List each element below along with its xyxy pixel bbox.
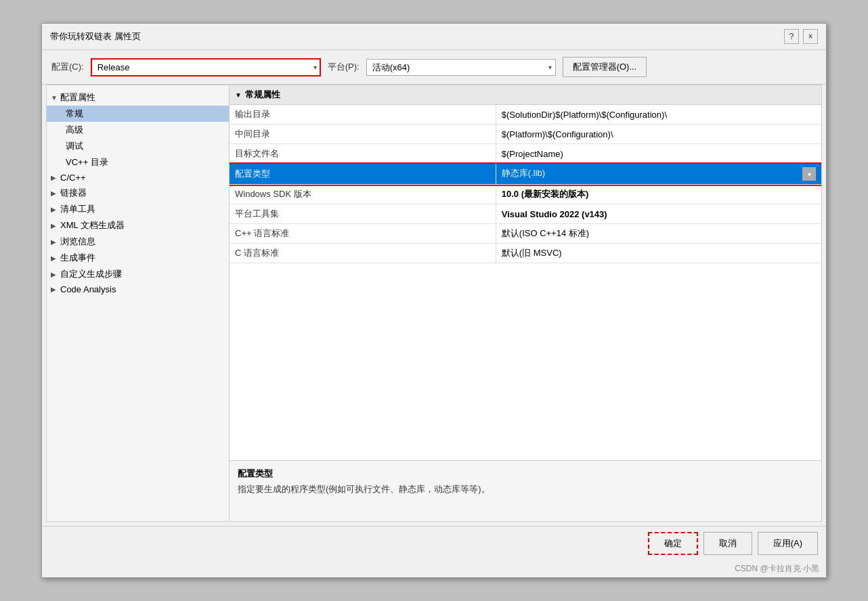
table-row[interactable]: C++ 语言标准默认(ISO C++14 标准) — [230, 224, 821, 244]
tree-group-label-build-events: 生成事件 — [60, 252, 95, 264]
watermark: CSDN @卡拉肖克·小黑 — [42, 560, 826, 577]
section-arrow: ▼ — [235, 91, 242, 99]
props-table-grid: 输出目录$(SolutionDir)$(Platform)\$(Configur… — [230, 105, 821, 263]
tree-group-linker[interactable]: ▶ 链接器 — [47, 185, 229, 201]
tree-group-label-config-props: 配置属性 — [60, 91, 95, 104]
prop-value: 默认(旧 MSVC) — [496, 244, 821, 263]
prop-value: 静态库(.lib)▾ — [496, 164, 821, 185]
tree-item-advanced[interactable]: 高级 — [47, 122, 229, 138]
section-header: ▼ 常规属性 — [230, 85, 821, 105]
tree-group-label-linker: 链接器 — [60, 187, 87, 199]
help-button[interactable]: ? — [784, 29, 799, 44]
config-dropdown-wrapper: Release ▾ — [91, 58, 321, 76]
tree-group-browse[interactable]: ▶ 浏览信息 — [47, 233, 229, 250]
tree-group-build-events[interactable]: ▶ 生成事件 — [47, 250, 229, 266]
toolbar: 配置(C): Release ▾ 平台(P): 活动(x64) ▾ 配置管理器(… — [42, 50, 826, 85]
title-controls: ? × — [784, 29, 818, 44]
prop-key: 输出目录 — [230, 105, 496, 125]
section-title: 常规属性 — [245, 89, 280, 101]
tree-arrow-build-events: ▶ — [51, 254, 60, 262]
table-row[interactable]: 输出目录$(SolutionDir)$(Platform)\$(Configur… — [230, 105, 821, 125]
tree-group-label-cpp: C/C++ — [60, 173, 86, 183]
bottom-bar: 确定 取消 应用(A) — [42, 526, 826, 560]
desc-panel: 配置类型 指定要生成的程序类型(例如可执行文件、静态库，动态库等等)。 — [230, 460, 821, 521]
platform-label: 平台(P): — [328, 61, 360, 73]
config-manager-button[interactable]: 配置管理器(O)... — [563, 57, 647, 77]
main-content: ▼ 配置属性 常规 高级 调试 VC++ 目录 ▶ C/C++ ▶ 链接器 ▶ … — [46, 85, 822, 522]
apply-button[interactable]: 应用(A) — [758, 532, 818, 555]
tree-group-xml[interactable]: ▶ XML 文档生成器 — [47, 217, 229, 233]
tree-group-cpp[interactable]: ▶ C/C++ — [47, 171, 229, 185]
platform-dropdown-wrapper: 活动(x64) ▾ — [366, 59, 556, 76]
tree-item-debug[interactable]: 调试 — [47, 138, 229, 154]
tree-group-label-code-analysis: Code Analysis — [60, 284, 116, 294]
prop-value: 默认(ISO C++14 标准) — [496, 224, 821, 244]
prop-value: $(Platform)\$(Configuration)\ — [496, 125, 821, 144]
table-row[interactable]: 中间目录$(Platform)\$(Configuration)\ — [230, 125, 821, 144]
tree-group-custom-build[interactable]: ▶ 自定义生成步骤 — [47, 266, 229, 282]
prop-key: C 语言标准 — [230, 244, 496, 263]
tree-group-label-manifest: 清单工具 — [60, 203, 95, 215]
config-label: 配置(C): — [51, 61, 84, 73]
prop-key: 配置类型 — [230, 164, 496, 185]
prop-key: 中间目录 — [230, 125, 496, 144]
desc-text: 指定要生成的程序类型(例如可执行文件、静态库，动态库等等)。 — [238, 483, 813, 495]
table-row[interactable]: Windows SDK 版本10.0 (最新安装的版本) — [230, 185, 821, 204]
tree-item-vc-dirs[interactable]: VC++ 目录 — [47, 154, 229, 171]
tree-item-general[interactable]: 常规 — [47, 106, 229, 122]
prop-value: $(ProjectName) — [496, 144, 821, 164]
tree-group-manifest[interactable]: ▶ 清单工具 — [47, 201, 229, 217]
tree-arrow-manifest: ▶ — [51, 206, 60, 213]
props-table: ▼ 常规属性 输出目录$(SolutionDir)$(Platform)\$(C… — [230, 85, 821, 460]
table-row[interactable]: 目标文件名$(ProjectName) — [230, 144, 821, 164]
row-dropdown-button[interactable]: ▾ — [802, 167, 816, 181]
tree-arrow-linker: ▶ — [51, 190, 60, 197]
platform-dropdown[interactable]: 活动(x64) — [366, 59, 556, 76]
table-row[interactable]: 配置类型静态库(.lib)▾ — [230, 164, 821, 185]
tree-group-config-props[interactable]: ▼ 配置属性 — [47, 89, 229, 106]
prop-key: C++ 语言标准 — [230, 224, 496, 244]
close-button[interactable]: × — [803, 29, 818, 44]
title-bar: 带你玩转双链表 属性页 ? × — [42, 24, 826, 50]
prop-value: Visual Studio 2022 (v143) — [496, 204, 821, 224]
table-row[interactable]: 平台工具集Visual Studio 2022 (v143) — [230, 204, 821, 224]
confirm-button[interactable]: 确定 — [648, 532, 698, 555]
table-row[interactable]: C 语言标准默认(旧 MSVC) — [230, 244, 821, 263]
tree-arrow-custom-build: ▶ — [51, 271, 60, 278]
tree-arrow-code-analysis: ▶ — [51, 286, 60, 293]
prop-value: $(SolutionDir)$(Platform)\$(Configuratio… — [496, 105, 821, 125]
tree-group-label-xml: XML 文档生成器 — [60, 219, 125, 231]
tree-arrow-cpp: ▶ — [51, 174, 60, 181]
cancel-button[interactable]: 取消 — [703, 532, 752, 555]
tree-group-label-browse: 浏览信息 — [60, 236, 95, 248]
tree-arrow-config-props: ▼ — [51, 94, 60, 102]
config-dropdown[interactable]: Release — [91, 58, 321, 76]
prop-key: 目标文件名 — [230, 144, 496, 164]
prop-value: 10.0 (最新安装的版本) — [496, 185, 821, 204]
tree-arrow-browse: ▶ — [51, 238, 60, 246]
tree-panel: ▼ 配置属性 常规 高级 调试 VC++ 目录 ▶ C/C++ ▶ 链接器 ▶ … — [47, 85, 230, 521]
prop-key: Windows SDK 版本 — [230, 185, 496, 204]
tree-group-code-analysis[interactable]: ▶ Code Analysis — [47, 282, 229, 296]
tree-arrow-xml: ▶ — [51, 222, 60, 229]
dialog: 带你玩转双链表 属性页 ? × 配置(C): Release ▾ 平台(P): … — [41, 23, 827, 578]
dialog-title: 带你玩转双链表 属性页 — [50, 30, 141, 43]
tree-group-label-custom-build: 自定义生成步骤 — [60, 268, 122, 280]
desc-title: 配置类型 — [238, 468, 813, 480]
props-panel: ▼ 常规属性 输出目录$(SolutionDir)$(Platform)\$(C… — [230, 85, 821, 521]
prop-key: 平台工具集 — [230, 204, 496, 224]
